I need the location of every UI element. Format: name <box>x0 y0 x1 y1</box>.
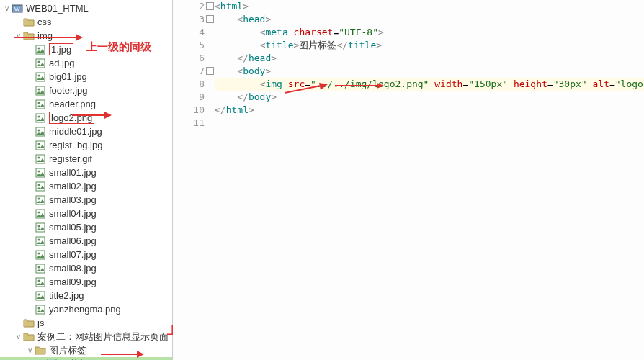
tree-label: small01.jpg <box>49 167 97 178</box>
svg-rect-12 <box>36 114 45 122</box>
tree-root[interactable]: ∨ W WEB01_HTML <box>0 1 172 15</box>
tree-folder-js[interactable]: ∨ js <box>0 316 172 330</box>
tree-file[interactable]: ∨yanzhengma.png <box>0 302 172 316</box>
tree-label: small08.jpg <box>49 263 97 274</box>
tree-label: small04.jpg <box>49 208 97 219</box>
gutter: 2− 3− 4 5 6 7− 8 9 10 11 <box>173 0 206 130</box>
svg-rect-36 <box>36 278 45 287</box>
tree-label: small02.jpg <box>49 181 97 192</box>
tree-file[interactable]: ∨small03.jpg <box>0 193 172 207</box>
tree-label: yanzhengma.png <box>49 304 121 315</box>
svg-rect-26 <box>36 210 45 218</box>
tree-file[interactable]: ∨middle01.jpg <box>0 125 172 138</box>
tree-file[interactable]: ∨small05.jpg <box>0 220 172 234</box>
tree-file[interactable]: ∨1.jpg <box>0 42 172 56</box>
svg-point-17 <box>38 143 40 145</box>
tree-file[interactable]: ∨regist_bg.jpg <box>0 138 172 152</box>
image-file-icon <box>35 290 46 302</box>
tree-folder-imgtag[interactable]: ∨ 图片标签 <box>0 343 172 357</box>
tree-folder-css[interactable]: ∨ css <box>0 15 172 29</box>
tree-file[interactable]: ∨small07.jpg <box>0 248 172 261</box>
svg-rect-10 <box>36 100 45 109</box>
chevron-down-icon: ∨ <box>13 333 23 341</box>
tree-file[interactable]: ∨small08.jpg <box>0 261 172 275</box>
fold-icon[interactable]: − <box>206 2 214 10</box>
image-file-icon <box>35 222 46 233</box>
tree-label: 图片标签 <box>49 344 86 357</box>
image-file-icon <box>35 304 46 315</box>
svg-rect-4 <box>36 59 45 68</box>
svg-point-31 <box>38 238 40 240</box>
svg-rect-14 <box>36 127 45 136</box>
tree-label: regist_bg.jpg <box>49 140 102 150</box>
svg-rect-40 <box>36 305 45 314</box>
svg-point-25 <box>38 197 40 199</box>
svg-point-3 <box>38 47 40 49</box>
image-file-icon <box>35 249 46 261</box>
image-file-icon <box>35 167 46 179</box>
svg-point-35 <box>38 266 40 268</box>
image-file-icon <box>35 58 46 69</box>
image-file-icon <box>35 181 46 192</box>
tree-file[interactable]: ∨logo2.png <box>0 111 172 125</box>
tree-label: title2.jpg <box>49 290 84 301</box>
tree-folder-img[interactable]: ∨ img <box>0 29 172 42</box>
tree-file[interactable]: ∨small09.jpg <box>0 275 172 289</box>
svg-rect-16 <box>36 141 45 150</box>
svg-point-5 <box>38 60 40 63</box>
tree-file[interactable]: ∨ad.jpg <box>0 56 172 70</box>
folder-icon <box>35 345 46 356</box>
tree-file[interactable]: ∨small06.jpg <box>0 234 172 248</box>
image-file-icon <box>35 194 46 206</box>
tree-label: logo2.png <box>49 112 94 124</box>
tree-label: footer.jpg <box>49 85 88 96</box>
image-file-icon <box>35 263 46 274</box>
image-file-icon <box>35 208 46 220</box>
image-file-icon <box>35 235 46 247</box>
tree-file-selected[interactable]: ∨ <> 图片标签.html <box>0 357 172 360</box>
tree-file[interactable]: ∨footer.jpg <box>0 84 172 97</box>
tree-label: register.gif <box>49 153 92 164</box>
tree-file[interactable]: ∨small04.jpg <box>0 207 172 220</box>
folder-icon <box>23 331 35 343</box>
file-tree-sidebar[interactable]: ∨ W WEB01_HTML ∨ css ∨ img ∨1.jpg∨ad.jpg… <box>0 0 173 360</box>
svg-rect-24 <box>36 196 45 204</box>
svg-rect-34 <box>36 264 45 273</box>
tree-file[interactable]: ∨register.gif <box>0 152 172 166</box>
tree-label: small03.jpg <box>49 194 97 205</box>
tree-label: ad.jpg <box>49 58 74 68</box>
tree-label: 图片标签.html <box>61 358 118 361</box>
svg-point-29 <box>38 225 40 227</box>
image-file-icon <box>35 126 46 138</box>
folder-icon <box>23 30 35 42</box>
svg-rect-28 <box>36 223 45 232</box>
tree-label: 1.jpg <box>49 43 73 55</box>
image-file-icon <box>35 276 46 288</box>
svg-point-23 <box>38 184 40 186</box>
svg-point-37 <box>38 279 40 282</box>
svg-point-33 <box>38 252 40 254</box>
fold-icon[interactable]: − <box>206 15 214 23</box>
tree-label: small05.jpg <box>49 222 97 233</box>
image-file-icon <box>35 99 46 110</box>
svg-point-41 <box>38 307 40 309</box>
svg-rect-8 <box>36 86 45 95</box>
fold-icon[interactable]: − <box>206 67 214 75</box>
image-file-icon <box>35 140 46 151</box>
chevron-down-icon: ∨ <box>1 4 12 12</box>
tree-label: middle01.jpg <box>49 126 102 137</box>
tree-file[interactable]: ∨big01.jpg <box>0 70 172 84</box>
tree-file[interactable]: ∨small02.jpg <box>0 179 172 193</box>
tree-label: small06.jpg <box>49 235 97 246</box>
svg-rect-2 <box>36 45 45 54</box>
tree-file[interactable]: ∨title2.jpg <box>0 289 172 302</box>
code-area[interactable]: <html> <head> <meta charset="UTF-8"> <ti… <box>215 0 644 130</box>
chevron-down-icon: ∨ <box>13 32 23 40</box>
svg-point-9 <box>38 88 40 90</box>
code-editor[interactable]: 2− 3− 4 5 6 7− 8 9 10 11 <html> <head> <… <box>173 0 644 360</box>
tree-label: small09.jpg <box>49 276 97 287</box>
tree-folder-case2[interactable]: ∨ 案例二：网站图片信息显示页面 <box>0 330 172 343</box>
tree-file[interactable]: ∨header.png <box>0 97 172 111</box>
tree-label: small07.jpg <box>49 249 97 260</box>
tree-file[interactable]: ∨small01.jpg <box>0 166 172 179</box>
